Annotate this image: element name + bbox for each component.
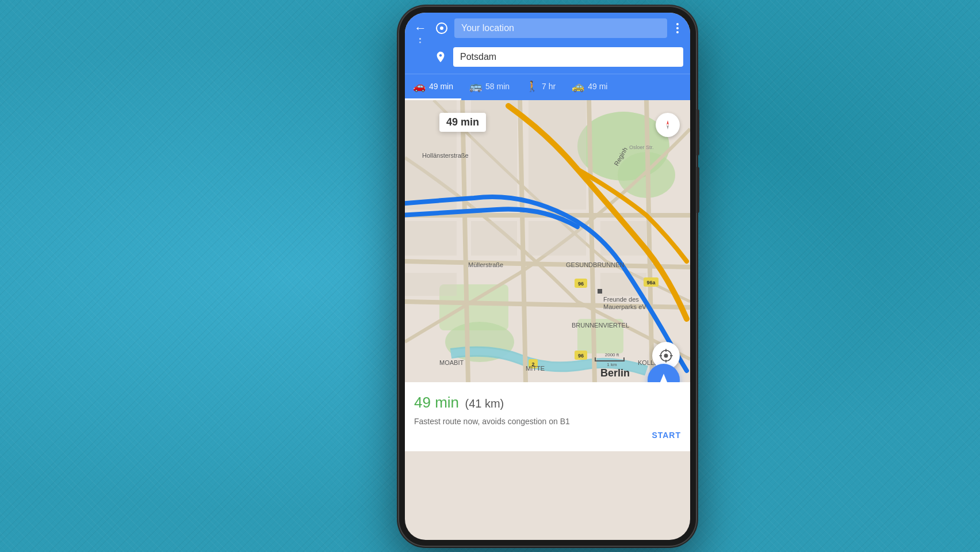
svg-text:Freunde des: Freunde des	[603, 296, 639, 303]
phone-screen: ←	[405, 13, 690, 540]
svg-text:MOABIT: MOABIT	[439, 359, 464, 366]
svg-text:BRUNNENVIERTEL: BRUNNENVIERTEL	[572, 322, 629, 329]
svg-rect-25	[598, 289, 602, 294]
phone-body: ←	[398, 6, 697, 547]
bus-icon: 🚌	[469, 80, 482, 93]
svg-rect-14	[405, 273, 457, 296]
gps-icon	[658, 348, 674, 364]
route-summary: 49 min (41 km)	[414, 394, 681, 412]
compass-button[interactable]	[656, 113, 680, 137]
compass-icon	[661, 118, 675, 132]
navigate-icon	[656, 372, 671, 382]
connector-dot-2	[419, 41, 421, 43]
driving-time: 49 min	[429, 82, 453, 91]
more-options-button[interactable]	[672, 21, 683, 36]
route-time: 49 min	[414, 394, 459, 411]
walk-icon: 🚶	[526, 80, 538, 93]
tab-driving[interactable]: 🚗 49 min	[405, 74, 461, 100]
back-button[interactable]: ←	[412, 20, 429, 37]
more-dot-3	[676, 31, 679, 33]
map-area[interactable]: 96 96a 96 2 Hollänsterstraße Reginh	[405, 100, 690, 382]
route-description: Fastest route now, avoids congestion on …	[414, 416, 681, 428]
location-dot-icon	[434, 20, 450, 36]
svg-text:Berlin: Berlin	[600, 367, 630, 379]
svg-marker-46	[667, 125, 669, 130]
header-row1: ←	[405, 13, 690, 44]
svg-text:Hollänsterstraße: Hollänsterstraße	[422, 152, 469, 159]
svg-text:96: 96	[578, 281, 584, 287]
svg-point-1	[440, 26, 443, 30]
route-distance: (41 km)	[465, 397, 504, 410]
taxi-icon: 🚕	[572, 80, 584, 93]
walking-time: 7 hr	[542, 82, 556, 91]
destination-pin-icon	[432, 49, 449, 65]
svg-text:Osloer Str.: Osloer Str.	[629, 144, 654, 150]
svg-point-48	[664, 353, 668, 357]
tab-rideshare[interactable]: 🚕 49 mi	[564, 74, 615, 100]
svg-rect-10	[529, 100, 586, 210]
svg-text:96a: 96a	[646, 280, 656, 285]
transport-tabs: 🚗 49 min 🚌 58 min 🚶 7 hr 🚕 49 mi	[405, 74, 690, 100]
svg-text:Mauerparks eV: Mauerparks eV	[603, 303, 646, 310]
more-dot-1	[676, 23, 679, 25]
map-svg: 96 96a 96 2 Hollänsterstraße Reginh	[405, 100, 690, 382]
phone-wrapper: ←	[398, 6, 697, 547]
connector-dot-1	[419, 38, 421, 40]
svg-marker-45	[667, 120, 669, 125]
app-header: ←	[405, 13, 690, 74]
tab-transit[interactable]: 🚌 58 min	[461, 74, 518, 100]
transit-time: 58 min	[485, 82, 510, 91]
svg-text:2000 ft: 2000 ft	[605, 352, 619, 357]
svg-rect-40	[595, 357, 596, 361]
origin-input[interactable]	[454, 18, 667, 38]
rideshare-time: 49 mi	[588, 82, 607, 91]
svg-text:GESUNDBRUNNEN: GESUNDBRUNNEN	[566, 261, 625, 268]
svg-rect-11	[405, 221, 457, 256]
svg-text:96: 96	[578, 353, 584, 359]
car-icon: 🚗	[413, 80, 426, 93]
map-time-bubble: 49 min	[439, 113, 486, 132]
svg-rect-41	[623, 357, 625, 361]
map-time-text: 49 min	[446, 116, 479, 128]
svg-rect-12	[471, 221, 517, 256]
svg-text:1 km: 1 km	[607, 362, 617, 367]
start-button[interactable]: START	[652, 431, 681, 440]
bottom-panel: 49 min (41 km) Fastest route now, avoids…	[405, 382, 690, 451]
tab-walking[interactable]: 🚶 7 hr	[518, 74, 564, 100]
svg-text:Müllerstraße: Müllerstraße	[468, 261, 503, 268]
header-row2	[405, 44, 690, 74]
more-dot-2	[676, 27, 679, 29]
destination-input[interactable]	[453, 47, 683, 67]
svg-rect-39	[595, 360, 623, 361]
svg-text:MITTE: MITTE	[526, 365, 545, 372]
